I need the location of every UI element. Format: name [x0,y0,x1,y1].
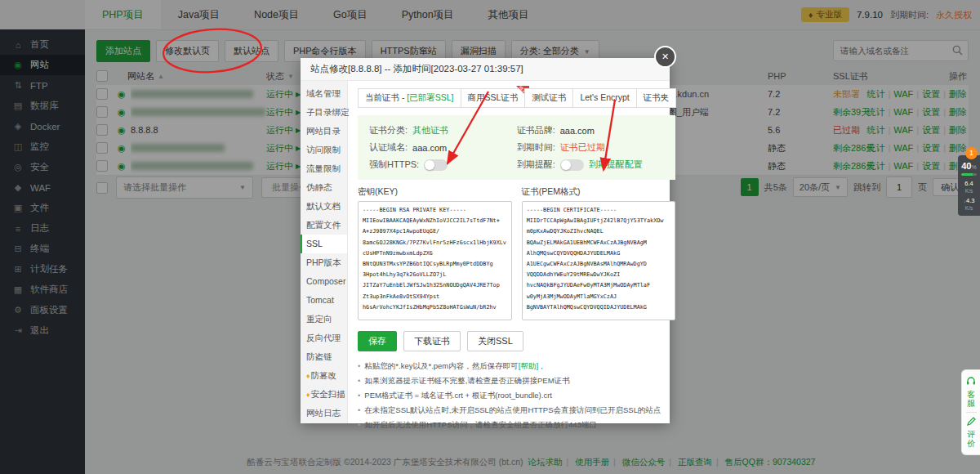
close-ssl-button[interactable]: 关闭SSL [467,331,523,351]
menu-site-dir[interactable]: 网站目录 [301,122,347,141]
menu-ssl[interactable]: SSL [301,235,347,253]
resource-monitor-widget[interactable]: 1 40% 6.4K/s ↓4.3K/s [958,155,980,216]
tab-commercial-ssl[interactable]: 商用SSL证书推荐 [461,88,526,108]
force-https-toggle[interactable] [424,159,448,171]
menu-tomcat[interactable]: Tomcat [301,291,347,310]
menu-traffic-limit[interactable]: 流量限制 [301,159,347,178]
tab-test-cert[interactable]: 测试证书 [524,88,573,108]
modal-menu: 域名管理 子目录绑定 网站目录 访问限制 流量限制 伪静态 默认文档 配置文件 … [301,81,348,423]
close-icon: ✕ [662,51,669,61]
cert-type-label: 证书分类: [369,124,408,136]
modal-close-button[interactable]: ✕ [654,46,676,68]
force-https-label: 强制HTTPS: [369,159,419,171]
cert-type-value: 其他证书 [412,124,448,136]
menu-tamper-proof[interactable]: ♦防篡改 [301,366,347,385]
tab-current-cert[interactable]: 当前证书 - [已部署SSL] [358,88,461,108]
cpu-percent: 40 [961,161,971,171]
feedback-button[interactable]: 评价 [967,430,976,448]
menu-access-limit[interactable]: 访问限制 [301,141,347,159]
ssl-panel: 当前证书 - [已部署SSL] 商用SSL证书推荐 测试证书 Let's Enc… [348,81,685,423]
menu-subdir-bind[interactable]: 子目录绑定 [301,103,347,122]
headset-icon [966,377,976,386]
down-speed-unit: K/s [960,204,978,212]
divider [966,412,977,413]
cert-brand-value: aaa.com [560,126,595,136]
cert-brand-label: 证书品牌: [517,124,555,136]
menu-config-file[interactable]: 配置文件 [301,216,347,235]
menu-reverse-proxy[interactable]: 反向代理 [301,329,347,347]
expire-remind-toggle[interactable] [560,159,584,171]
ssl-tabs: 当前证书 - [已部署SSL] 商用SSL证书推荐 测试证书 Let's Enc… [358,88,675,108]
ssl-help-notes: 粘贴您的*.key以及*.pem内容，然后保存即可[帮助]， 如果浏览器提示证书… [358,359,675,432]
cert-info-panel: 证书分类:其他证书 认证域名:aaa.com 强制HTTPS: 证书品牌:aaa… [358,115,675,180]
load-bar [961,173,977,176]
menu-redirect[interactable]: 重定向 [301,310,347,329]
pencil-icon [967,417,976,426]
expire-remind-label: 到期提醒: [517,159,555,171]
pro-diamond-icon: ♦ [306,391,310,399]
auth-domain-value: aaa.com [412,143,447,153]
menu-site-log[interactable]: 网站日志 [301,404,347,423]
menu-rewrite[interactable]: 伪静态 [301,178,347,197]
tab-cert-folder[interactable]: 证书夹 [636,88,677,108]
pro-diamond-icon: ♦ [306,372,310,380]
menu-default-doc[interactable]: 默认文档 [301,197,347,216]
menu-php-version[interactable]: PHP版本 [301,253,347,272]
private-key-textarea[interactable]: -----BEGIN RSA PRIVATE KEY----- MIIEowIB… [358,201,512,320]
menu-anti-leech[interactable]: 防盗链 [301,347,347,366]
download-cert-button[interactable]: 下载证书 [403,331,461,351]
pem-cert-textarea[interactable]: -----BEGIN CERTIFICATE----- MIIDrTCCApWg… [522,201,676,320]
key-label: 密钥(KEY) [358,186,512,198]
down-speed: 4.3 [966,197,974,204]
percent-unit: % [972,164,977,170]
remind-config-link[interactable]: 到期提醒配置 [589,159,643,171]
tab-lets-encrypt[interactable]: Let's Encrypt [572,88,636,108]
save-button[interactable]: 保存 [358,331,397,351]
quick-sidebar: 客服 评价 [961,369,980,455]
menu-composer[interactable]: Composer [301,272,347,291]
notification-badge[interactable]: 1 [965,147,978,159]
customer-service-button[interactable]: 客服 [967,390,976,408]
up-speed-unit: K/s [960,187,978,195]
auth-domain-label: 认证域名: [369,141,408,154]
up-speed: 6.4 [964,180,973,187]
pem-label: 证书(PEM格式) [522,186,676,198]
help-link[interactable]: [帮助] [519,361,538,370]
menu-domain-manage[interactable]: 域名管理 [301,84,347,103]
site-edit-modal: 站点修改[8.8.8.8] -- 添加时间[2023-03-27 01:39:5… [301,58,670,423]
cert-expire-value: 证书已过期 [560,141,605,154]
menu-security-scan[interactable]: ♦安全扫描 [301,385,347,404]
cert-expire-label: 到期时间: [517,141,555,154]
modal-title: 站点修改[8.8.8.8] -- 添加时间[2023-03-27 01:39:5… [301,58,670,81]
